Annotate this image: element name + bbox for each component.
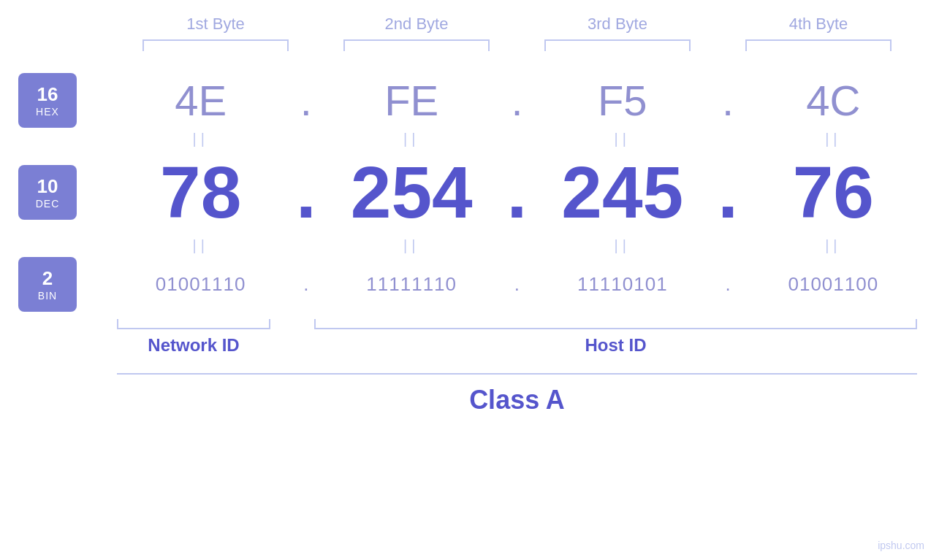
bracket-byte1: [142, 39, 289, 51]
hex-badge: 16 HEX: [18, 73, 77, 128]
equals-2: ||: [331, 131, 492, 147]
dec-badge: 10 DEC: [18, 165, 77, 220]
bracket-byte4: [745, 39, 892, 51]
bracket-byte2: [343, 39, 490, 51]
host-id-label: Host ID: [314, 335, 917, 356]
hex-b4: 4C: [753, 76, 913, 125]
dec-label: DEC: [36, 198, 60, 210]
dec-b1: 78: [121, 150, 281, 234]
network-id-label: Network ID: [117, 335, 270, 356]
host-bracket: [314, 319, 917, 329]
hex-dot2: .: [498, 76, 535, 125]
hex-dot1: .: [288, 76, 324, 125]
top-brackets: [115, 39, 919, 51]
dec-dot3: .: [710, 150, 746, 234]
bin-b3: 11110101: [542, 273, 703, 296]
dec-number: 10: [37, 175, 58, 198]
hex-label: HEX: [36, 106, 59, 118]
hex-dot3: .: [710, 76, 746, 125]
equals-7: ||: [542, 237, 703, 254]
byte-headers: 1st Byte 2nd Byte 3rd Byte 4th Byte: [115, 15, 919, 34]
bin-dot2: .: [498, 273, 535, 296]
hex-b3: F5: [542, 76, 703, 125]
bin-b1: 01001110: [121, 273, 281, 296]
bin-badge: 2 BIN: [18, 257, 77, 312]
equals-5: ||: [121, 237, 281, 254]
byte1-header: 1st Byte: [135, 15, 296, 34]
main-container: 1st Byte 2nd Byte 3rd Byte 4th Byte 16 H…: [0, 0, 939, 560]
bin-dot1: .: [288, 273, 324, 296]
dec-b2: 254: [331, 150, 492, 234]
dec-b4: 76: [753, 150, 913, 234]
dec-b3: 245: [542, 150, 703, 234]
bin-label: BIN: [38, 290, 57, 302]
equals-4: ||: [753, 131, 913, 147]
hex-b2: FE: [331, 76, 492, 125]
byte4-header: 4th Byte: [738, 15, 899, 34]
bin-dot3: .: [710, 273, 746, 296]
network-bracket: [117, 319, 270, 329]
bin-b4: 01001100: [753, 273, 913, 296]
equals-3: ||: [542, 131, 703, 147]
byte2-header: 2nd Byte: [336, 15, 497, 34]
equals-8: ||: [753, 237, 913, 254]
equals-6: ||: [331, 237, 492, 254]
dec-dot1: .: [288, 150, 324, 234]
class-label: Class A: [469, 385, 565, 415]
dec-dot2: .: [498, 150, 535, 234]
hex-b1: 4E: [121, 76, 281, 125]
bin-b2: 11111110: [331, 273, 492, 296]
class-section: Class A: [117, 373, 917, 415]
watermark: ipshu.com: [878, 540, 924, 551]
equals-1: ||: [121, 131, 281, 147]
hex-number: 16: [37, 83, 58, 106]
bracket-byte3: [544, 39, 691, 51]
bin-number: 2: [42, 267, 53, 290]
byte3-header: 3rd Byte: [537, 15, 698, 34]
